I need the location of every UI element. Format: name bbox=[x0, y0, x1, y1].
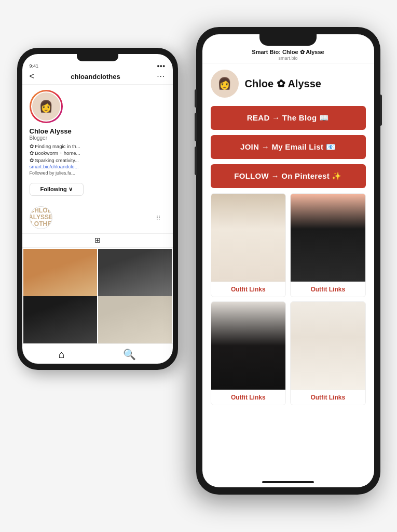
ig-username: chloandclothes bbox=[71, 73, 120, 81]
ig-name: Chloe Alysse bbox=[30, 127, 72, 135]
sb-outfit-item-3[interactable]: Outfit Links bbox=[211, 301, 286, 405]
sb-outfit-label-2: Outfit Links bbox=[291, 282, 365, 297]
instagram-phone: 9:41 ●●● < chloandclothes ··· 👩 Chloe Al… bbox=[17, 48, 178, 370]
ig-icons: ●●● bbox=[157, 63, 165, 69]
sb-avatar: 👩 bbox=[211, 70, 239, 98]
ig-header: < chloandclothes ··· bbox=[22, 70, 173, 85]
back-arrow-icon[interactable]: < bbox=[30, 72, 34, 81]
ig-bio-link[interactable]: smart.bio/chloandclo... bbox=[30, 164, 79, 169]
ig-grid-cell-3 bbox=[23, 296, 97, 343]
notch-front bbox=[259, 34, 317, 46]
sb-profile-row: 👩 Chloe ✿ Alysse bbox=[211, 70, 366, 98]
ig-bio-line-2: ✿ Bookworm + home... bbox=[30, 150, 80, 156]
sb-outfit-item-1[interactable]: Outfit Links bbox=[211, 193, 286, 297]
ig-photo-grid bbox=[22, 248, 173, 343]
sb-outfit-grid: Outfit Links Outfit Links Outfit Links bbox=[211, 193, 366, 405]
ig-highlight-item: CHLOEALYSSECLOTHES bbox=[30, 206, 52, 229]
read-blog-button[interactable]: READ → The Blog 📖 bbox=[211, 106, 366, 130]
volume-down-button bbox=[195, 147, 197, 175]
sb-outfit-image-3 bbox=[211, 302, 286, 390]
ig-highlights: CHLOEALYSSECLOTHES ⁝⁝ bbox=[22, 203, 173, 233]
join-email-button[interactable]: JOIN → My Email List 📧 bbox=[211, 135, 366, 159]
mute-button bbox=[195, 89, 197, 108]
ig-grid-icon[interactable]: ⊞ bbox=[22, 233, 173, 248]
ig-profile: 👩 Chloe Alysse Blogger ✿ Finding magic i… bbox=[22, 85, 173, 179]
sb-profile-name: Chloe ✿ Alysse bbox=[245, 77, 321, 90]
home-bar bbox=[262, 481, 314, 483]
sb-header-url: smart.bio bbox=[210, 56, 367, 61]
smartbio-phone: Smart Bio: Chloe ✿ Alysse smart.bio 👩 Ch… bbox=[196, 27, 380, 495]
sb-outfit-image-2 bbox=[291, 194, 365, 282]
follow-pinterest-button[interactable]: FOLLOW → On Pinterest ✨ bbox=[211, 164, 366, 188]
sb-outfit-label-3: Outfit Links bbox=[211, 390, 286, 405]
sb-outfit-image-4 bbox=[291, 302, 365, 390]
ig-highlight-pagination: ⁝⁝ bbox=[156, 214, 166, 221]
ig-followed-by: Followed by julies.fa... bbox=[30, 170, 76, 176]
ig-time: 9:41 bbox=[30, 63, 39, 69]
ig-statusbar: 9:41 ●●● bbox=[22, 61, 173, 70]
ig-avatar: 👩 bbox=[30, 90, 63, 123]
ig-bio-text: ✿ Finding magic in th... ✿ Bookworm + ho… bbox=[30, 143, 80, 164]
ig-follow-button[interactable]: Following ∨ bbox=[30, 183, 84, 196]
scene: 9:41 ●●● < chloandclothes ··· 👩 Chloe Al… bbox=[17, 27, 380, 505]
sb-header: Smart Bio: Chloe ✿ Alysse smart.bio bbox=[202, 46, 374, 63]
ig-grid-cell-4 bbox=[98, 296, 172, 343]
ig-bottom-nav: ⌂ 🔍 bbox=[22, 343, 173, 364]
sb-outfit-item-2[interactable]: Outfit Links bbox=[290, 193, 366, 297]
ig-avatar-image: 👩 bbox=[31, 91, 61, 122]
ig-search-icon[interactable]: 🔍 bbox=[123, 348, 136, 361]
sb-outfit-image-1 bbox=[211, 194, 286, 282]
power-button bbox=[380, 95, 382, 126]
ig-highlight-logo: CHLOEALYSSECLOTHES bbox=[30, 207, 52, 228]
sb-content: 👩 Chloe ✿ Alysse READ → The Blog 📖 JOIN … bbox=[202, 63, 374, 478]
sb-outfit-label-1: Outfit Links bbox=[211, 282, 286, 297]
notch-back bbox=[77, 54, 118, 61]
ig-bio-line-1: ✿ Finding magic in th... bbox=[30, 143, 80, 150]
ig-highlight-circle: CHLOEALYSSECLOTHES bbox=[30, 206, 52, 229]
sb-outfit-item-4[interactable]: Outfit Links bbox=[290, 301, 366, 405]
volume-up-button bbox=[195, 113, 197, 141]
ig-bio-label: Blogger bbox=[30, 135, 47, 141]
ig-home-icon[interactable]: ⌂ bbox=[59, 349, 65, 361]
sb-outfit-label-4: Outfit Links bbox=[291, 390, 365, 405]
ig-more-icon[interactable]: ··· bbox=[157, 72, 165, 81]
sb-header-title: Smart Bio: Chloe ✿ Alysse bbox=[210, 49, 367, 56]
ig-bio-line-3: ✿ Sparking creativity... bbox=[30, 157, 80, 164]
